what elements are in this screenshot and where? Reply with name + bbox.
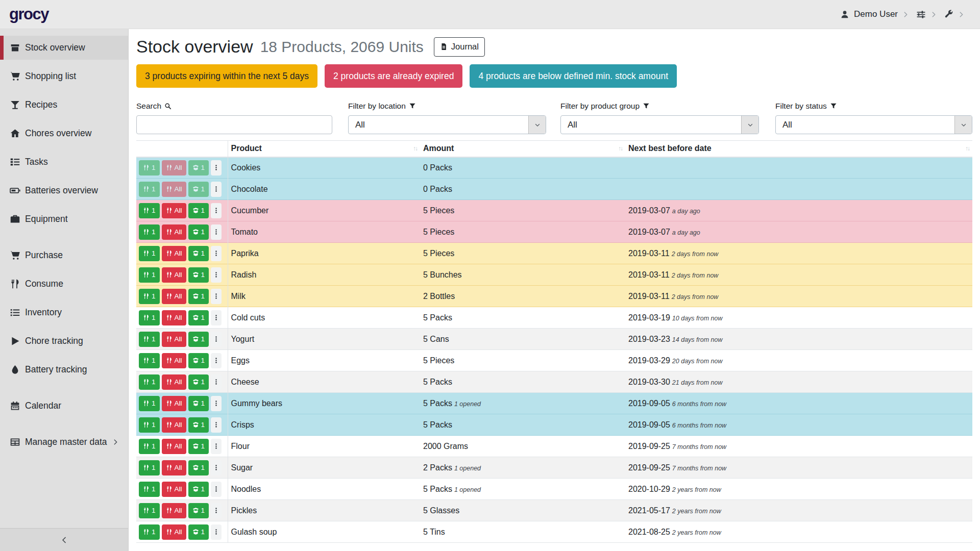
open-one-button[interactable]: 1: [188, 224, 209, 240]
journal-button[interactable]: Journal: [434, 37, 485, 57]
consume-all-button[interactable]: All: [162, 310, 186, 325]
status-filter-select[interactable]: All: [775, 115, 972, 134]
search-input[interactable]: [136, 115, 332, 134]
consume-one-button[interactable]: 1: [139, 289, 160, 304]
best-before-column-header[interactable]: Next best before date ↑↓: [625, 141, 972, 157]
expired-alert-badge[interactable]: 2 products are already expired: [325, 64, 462, 88]
open-one-button[interactable]: 1: [188, 396, 209, 411]
consume-one-button[interactable]: 1: [139, 396, 160, 411]
row-menu-button[interactable]: [211, 503, 222, 518]
row-menu-button[interactable]: [211, 203, 222, 218]
row-menu-button[interactable]: [211, 439, 222, 454]
row-menu-button[interactable]: [211, 160, 222, 176]
consume-one-button[interactable]: 1: [139, 332, 160, 347]
consume-one-button[interactable]: 1: [139, 160, 160, 176]
sidebar-item-calendar[interactable]: Calendar: [0, 394, 128, 418]
sidebar-item-shopping-list[interactable]: Shopping list: [0, 64, 128, 88]
sidebar-collapse-button[interactable]: [0, 528, 128, 551]
sidebar-item-chore-tracking[interactable]: Chore tracking: [0, 329, 128, 353]
grocy-logo[interactable]: grocy: [9, 5, 48, 23]
consume-one-button[interactable]: 1: [139, 482, 160, 497]
consume-all-button[interactable]: All: [162, 460, 186, 475]
consume-all-button[interactable]: All: [162, 503, 186, 518]
consume-all-button[interactable]: All: [162, 267, 186, 283]
consume-all-button[interactable]: All: [162, 203, 186, 218]
consume-one-button[interactable]: 1: [139, 310, 160, 325]
consume-one-button[interactable]: 1: [139, 524, 160, 540]
open-one-button[interactable]: 1: [188, 289, 209, 304]
consume-one-button[interactable]: 1: [139, 353, 160, 368]
sidebar-item-manage-master-data[interactable]: Manage master data: [0, 430, 128, 454]
sidebar-item-batteries-overview[interactable]: Batteries overview: [0, 179, 128, 203]
row-menu-button[interactable]: [211, 289, 222, 304]
admin-menu[interactable]: [942, 7, 967, 22]
consume-all-button[interactable]: All: [162, 417, 186, 433]
sidebar-item-stock-overview[interactable]: Stock overview: [0, 36, 128, 60]
location-filter-select[interactable]: All: [348, 115, 546, 134]
consume-all-button[interactable]: All: [162, 224, 186, 240]
open-one-button[interactable]: 1: [188, 503, 209, 518]
sidebar-item-purchase[interactable]: Purchase: [0, 243, 128, 267]
consume-all-button[interactable]: All: [162, 289, 186, 304]
row-menu-button[interactable]: [211, 417, 222, 433]
row-menu-button[interactable]: [211, 332, 222, 347]
consume-all-button[interactable]: All: [162, 482, 186, 497]
product-column-header[interactable]: Product ↑↓: [228, 141, 420, 157]
consume-one-button[interactable]: 1: [139, 182, 160, 197]
expiring-alert-badge[interactable]: 3 products expiring within the next 5 da…: [136, 64, 317, 88]
row-menu-button[interactable]: [211, 396, 222, 411]
below-min-stock-alert-badge[interactable]: 4 products are below defined min. stock …: [470, 64, 677, 88]
open-one-button[interactable]: 1: [188, 524, 209, 540]
open-one-button[interactable]: 1: [188, 353, 209, 368]
consume-one-button[interactable]: 1: [139, 417, 160, 433]
product-group-filter-select[interactable]: All: [560, 115, 759, 134]
row-menu-button[interactable]: [211, 224, 222, 240]
sidebar-item-chores-overview[interactable]: Chores overview: [0, 121, 128, 145]
consume-all-button[interactable]: All: [162, 439, 186, 454]
open-one-button[interactable]: 1: [188, 439, 209, 454]
sidebar-item-equipment[interactable]: Equipment: [0, 207, 128, 231]
open-one-button[interactable]: 1: [188, 267, 209, 283]
user-menu[interactable]: Demo User: [838, 6, 911, 22]
open-one-button[interactable]: 1: [188, 246, 209, 261]
consume-all-button[interactable]: All: [162, 182, 186, 197]
open-one-button[interactable]: 1: [188, 417, 209, 433]
sidebar-item-tasks[interactable]: Tasks: [0, 150, 128, 174]
row-menu-button[interactable]: [211, 353, 222, 368]
consume-one-button[interactable]: 1: [139, 224, 160, 240]
consume-all-button[interactable]: All: [162, 332, 186, 347]
open-one-button[interactable]: 1: [188, 332, 209, 347]
open-one-button[interactable]: 1: [188, 203, 209, 218]
consume-one-button[interactable]: 1: [139, 246, 160, 261]
sidebar-item-inventory[interactable]: Inventory: [0, 300, 128, 324]
consume-all-button[interactable]: All: [162, 396, 186, 411]
consume-one-button[interactable]: 1: [139, 439, 160, 454]
consume-all-button[interactable]: All: [162, 246, 186, 261]
sidebar-item-battery-tracking[interactable]: Battery tracking: [0, 358, 128, 382]
row-menu-button[interactable]: [211, 482, 222, 497]
sidebar-item-consume[interactable]: Consume: [0, 272, 128, 296]
settings-menu[interactable]: [914, 7, 939, 22]
consume-one-button[interactable]: 1: [139, 460, 160, 475]
open-one-button[interactable]: 1: [188, 374, 209, 390]
consume-all-button[interactable]: All: [162, 160, 186, 176]
open-one-button[interactable]: 1: [188, 310, 209, 325]
consume-all-button[interactable]: All: [162, 374, 186, 390]
consume-all-button[interactable]: All: [162, 353, 186, 368]
consume-one-button[interactable]: 1: [139, 267, 160, 283]
row-menu-button[interactable]: [211, 374, 222, 390]
consume-one-button[interactable]: 1: [139, 503, 160, 518]
open-one-button[interactable]: 1: [188, 182, 209, 197]
row-menu-button[interactable]: [211, 246, 222, 261]
open-one-button[interactable]: 1: [188, 460, 209, 475]
open-one-button[interactable]: 1: [188, 160, 209, 176]
sidebar-item-recipes[interactable]: Recipes: [0, 93, 128, 117]
row-menu-button[interactable]: [211, 310, 222, 325]
row-menu-button[interactable]: [211, 524, 222, 540]
consume-all-button[interactable]: All: [162, 524, 186, 540]
row-menu-button[interactable]: [211, 182, 222, 197]
consume-one-button[interactable]: 1: [139, 203, 160, 218]
row-menu-button[interactable]: [211, 267, 222, 283]
consume-one-button[interactable]: 1: [139, 374, 160, 390]
row-menu-button[interactable]: [211, 460, 222, 475]
